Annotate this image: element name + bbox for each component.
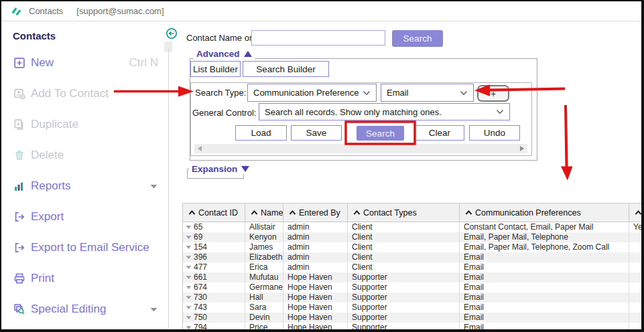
- sidebar-item-duplicate: Duplicate: [1, 109, 168, 140]
- sidebar-item-export[interactable]: Export: [1, 201, 168, 232]
- cell-text: 477: [194, 262, 207, 272]
- row-expander-icon[interactable]: [186, 225, 192, 230]
- quick-search-button[interactable]: Search: [392, 30, 443, 47]
- row-expander-icon[interactable]: [186, 245, 192, 250]
- table-cell: 743: [183, 303, 245, 313]
- cell-text: Client: [352, 232, 373, 242]
- cell-text: 154: [194, 242, 207, 252]
- row-expander-icon[interactable]: [186, 265, 192, 270]
- table-row[interactable]: 661MufutauHope HavenSupporterEmail: [183, 272, 642, 282]
- table-row[interactable]: 477EricaadminClientEmail: [183, 262, 642, 272]
- column-header[interactable]: Communication Preferences: [460, 203, 629, 222]
- horizontal-scrollbar[interactable]: [194, 144, 527, 153]
- row-expander-icon[interactable]: [186, 255, 192, 260]
- cell-text: Price: [249, 323, 267, 329]
- table-row[interactable]: 730HallHope HavenSupporterEmail: [183, 293, 642, 303]
- row-expander-icon[interactable]: [186, 295, 192, 300]
- row-expander-icon[interactable]: [186, 305, 192, 310]
- sort-asc-icon: [289, 210, 296, 216]
- row-expander-icon[interactable]: [186, 235, 192, 240]
- undo-button[interactable]: Undo: [469, 125, 520, 141]
- cell-text: Constant Contact, Email, Paper Mail: [464, 222, 593, 232]
- advanced-legend-label: Advanced: [196, 49, 240, 59]
- cell-text: Email, Paper Mail, Telephone, Zoom Call: [464, 242, 609, 252]
- general-control-select[interactable]: Search all records. Show only matching o…: [259, 103, 510, 120]
- clear-button[interactable]: Clear: [415, 125, 464, 141]
- column-header[interactable]: Contact ID: [183, 203, 245, 222]
- table-cell: Email: [460, 272, 629, 282]
- cell-text: admin: [287, 222, 310, 232]
- cell-text: Email, Paper Mail, Telephone: [464, 232, 568, 242]
- list-builder-button[interactable]: List Builder: [190, 61, 241, 77]
- table-cell: Email: [460, 303, 629, 313]
- scroll-left-icon[interactable]: [198, 146, 202, 151]
- table-cell: [629, 282, 642, 293]
- row-expander-icon[interactable]: [186, 315, 192, 320]
- sidebar-item-print[interactable]: Print: [1, 263, 168, 294]
- table-cell: Email: [460, 313, 629, 323]
- search-type-label: Search Type:: [195, 88, 246, 98]
- cell-text: Supporter: [352, 293, 387, 303]
- table-cell: Devin: [245, 313, 283, 323]
- table-cell: [629, 252, 642, 262]
- expansion-legend-label: Expansion: [192, 164, 237, 174]
- table-row[interactable]: 154JamesadminClientEmail, Paper Mail, Te…: [183, 242, 642, 252]
- print-icon: [13, 272, 25, 284]
- general-control-label: General Control:: [192, 108, 256, 118]
- table-cell: Supporter: [348, 323, 460, 329]
- column-header[interactable]: Entered By: [283, 203, 348, 222]
- cell-text: 69: [194, 232, 202, 242]
- column-header[interactable]: Name: [245, 203, 283, 222]
- save-button[interactable]: Save: [291, 125, 342, 141]
- contact-name-input[interactable]: [251, 30, 385, 46]
- column-header-label: Name: [261, 208, 283, 218]
- table-cell: admin: [283, 232, 348, 242]
- sidebar-item-new[interactable]: New Ctrl N: [1, 48, 168, 78]
- cell-text: Client: [352, 252, 373, 262]
- cell-text: admin: [287, 232, 310, 242]
- table-cell: Supporter: [348, 293, 460, 303]
- cell-text: Supporter: [352, 272, 387, 282]
- chevron-down-icon: [363, 90, 371, 96]
- column-header[interactable]: D: [629, 203, 642, 222]
- row-expander-icon[interactable]: [186, 285, 192, 290]
- table-cell: Yes: [629, 222, 642, 232]
- sidebar-item-export-to-email-service[interactable]: Export to Email Service: [1, 232, 168, 263]
- table-row[interactable]: 794PriceHope HavenSupporterEmail: [183, 323, 642, 329]
- table-row[interactable]: 396ElizabethadminClientEmail: [183, 252, 642, 262]
- advanced-search-button[interactable]: Search: [357, 126, 404, 141]
- search-builder-button[interactable]: Search Builder: [243, 61, 329, 77]
- search-type-select[interactable]: Communication Preference: [247, 84, 377, 102]
- table-cell: 69: [183, 232, 245, 242]
- cell-text: Hope Haven: [287, 282, 332, 293]
- cell-text: Client: [352, 262, 373, 272]
- sidebar-item-special-editing[interactable]: Special Editing: [1, 294, 168, 325]
- sidebar-item-reports[interactable]: Reports: [1, 171, 168, 201]
- load-button[interactable]: Load: [235, 125, 287, 141]
- table-row[interactable]: 750DevinHope HavenSupporterEmail: [183, 313, 642, 323]
- sidebar-item-label: Duplicate: [31, 118, 78, 131]
- table-row[interactable]: 674GermaneHope HavenSupporterEmail: [183, 282, 642, 293]
- cell-text: Hope Haven: [287, 272, 332, 282]
- advanced-legend[interactable]: Advanced: [194, 49, 255, 59]
- table-cell: Erica: [245, 262, 283, 272]
- table-cell: Email, Paper Mail, Telephone, Zoom Call: [460, 242, 629, 252]
- scroll-right-icon[interactable]: [520, 146, 524, 151]
- expansion-legend[interactable]: Expansion: [189, 164, 252, 174]
- titlebar: Contacts [support@sumac.com]: [1, 1, 641, 21]
- table-row[interactable]: 65AllistairadminClientConstant Contact, …: [183, 222, 642, 232]
- table-row[interactable]: 69KenyonadminClientEmail, Paper Mail, Te…: [183, 232, 642, 242]
- cell-text: admin: [287, 262, 310, 272]
- sidebar-divider: [168, 48, 169, 329]
- add-criterion-button[interactable]: +: [477, 85, 509, 102]
- search-type-secondary-select[interactable]: Email: [381, 84, 474, 102]
- collapse-panel-button[interactable]: [166, 27, 178, 39]
- export-email-icon: [13, 242, 25, 254]
- cell-text: 396: [194, 252, 207, 262]
- cell-text: 743: [194, 303, 207, 313]
- table-row[interactable]: 743SaraHope HavenSupporterEmail: [183, 303, 642, 313]
- cell-text: Mufutau: [249, 272, 278, 282]
- column-header[interactable]: Contact Types: [348, 203, 460, 222]
- cell-text: 661: [194, 272, 207, 282]
- row-expander-icon[interactable]: [186, 275, 192, 280]
